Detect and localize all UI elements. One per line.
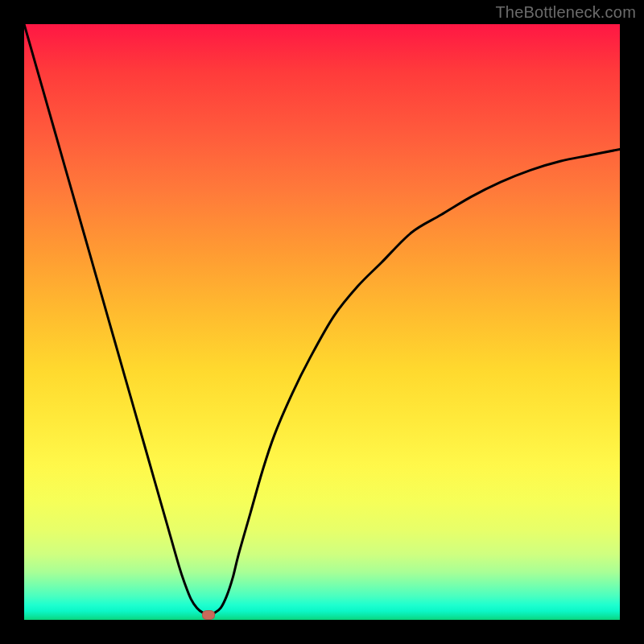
optimal-point-marker [202, 610, 215, 620]
bottleneck-curve [24, 24, 620, 620]
watermark-text: TheBottleneck.com [495, 3, 636, 22]
plot-area [24, 24, 620, 620]
chart-frame: TheBottleneck.com [0, 0, 644, 644]
